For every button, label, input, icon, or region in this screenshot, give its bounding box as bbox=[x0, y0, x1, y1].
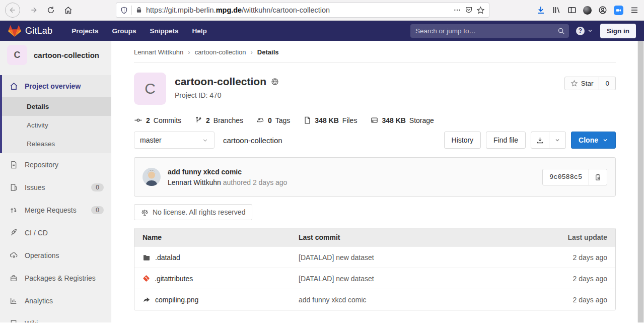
file-icon bbox=[304, 116, 311, 124]
stat-storage[interactable]: 348 KBStorage bbox=[371, 116, 434, 124]
star-icon bbox=[570, 80, 578, 87]
download-icon[interactable] bbox=[531, 132, 549, 148]
page-scrollbar[interactable] bbox=[637, 41, 644, 322]
copy-sha-button[interactable] bbox=[589, 169, 607, 185]
table-header: Name Last commit Last update bbox=[134, 228, 615, 246]
download-split-button[interactable] bbox=[531, 132, 566, 149]
breadcrumb-separator bbox=[188, 48, 190, 56]
project-id: Project ID: 470 bbox=[175, 91, 279, 99]
merge-request-icon bbox=[9, 206, 18, 214]
sidebar-item-analytics[interactable]: Analytics bbox=[0, 289, 111, 312]
nav-link-groups[interactable]: Groups bbox=[112, 27, 136, 35]
author-avatar[interactable] bbox=[142, 168, 161, 186]
home-button[interactable] bbox=[60, 3, 76, 18]
commit-title[interactable]: add funny xkcd comic bbox=[168, 168, 287, 176]
star-button[interactable]: Star bbox=[564, 77, 600, 90]
sign-in-button[interactable]: Sign in bbox=[600, 24, 636, 38]
library-icon[interactable] bbox=[552, 6, 561, 15]
sidebar-item-activity[interactable]: Activity bbox=[0, 116, 111, 135]
sidebar-item-project-overview[interactable]: Project overview bbox=[0, 75, 111, 97]
reload-button[interactable] bbox=[43, 3, 58, 18]
search-icon bbox=[557, 27, 565, 35]
nav-link-projects[interactable]: Projects bbox=[71, 27, 98, 35]
forward-button[interactable] bbox=[26, 3, 41, 18]
stat-commits[interactable]: 2Commits bbox=[134, 116, 181, 124]
row-commit-message[interactable]: [DATALAD] new dataset bbox=[291, 253, 530, 262]
tracking-shield-icon[interactable] bbox=[120, 7, 128, 14]
bookmark-star-icon[interactable] bbox=[476, 6, 485, 15]
pocket-icon[interactable] bbox=[465, 6, 473, 14]
public-globe-icon bbox=[271, 78, 279, 86]
search-input[interactable] bbox=[410, 24, 569, 38]
breadcrumb-divider bbox=[134, 62, 616, 62]
clone-button[interactable]: Clone bbox=[571, 132, 616, 149]
breadcrumb-user[interactable]: Lennart Wittkuhn bbox=[134, 48, 183, 56]
project-header: C cartoon-collection Project ID: 470 Sta… bbox=[134, 73, 616, 105]
sidebar-item-wiki[interactable]: Wiki bbox=[0, 312, 111, 322]
commit-author[interactable]: Lennart Wittkuhn bbox=[168, 178, 221, 186]
sidebar-item-operations[interactable]: Operations bbox=[0, 244, 111, 267]
sidebar-section-overview: Project overview Details Activity Releas… bbox=[0, 75, 111, 153]
commit-sha: 9c0588c5 bbox=[543, 169, 589, 185]
stat-branches[interactable]: 2Branches bbox=[195, 116, 243, 124]
nav-link-snippets[interactable]: Snippets bbox=[150, 27, 179, 35]
back-button[interactable] bbox=[5, 3, 20, 18]
commit-sha-group: 9c0588c5 bbox=[542, 169, 607, 185]
breadcrumb-separator bbox=[251, 48, 253, 56]
symlink-icon bbox=[142, 296, 151, 304]
sidebar-project-context[interactable]: C cartoon-collection bbox=[0, 41, 111, 69]
lock-icon[interactable] bbox=[135, 7, 142, 14]
branch-selector[interactable]: master bbox=[134, 132, 214, 149]
stat-files[interactable]: 348 KBFiles bbox=[304, 116, 357, 124]
url-bar[interactable]: https://git.mpib-berlin.mpg.de/wittkuhn/… bbox=[116, 3, 489, 18]
file-name[interactable]: .gitattributes bbox=[155, 275, 193, 283]
clipboard-icon bbox=[594, 173, 602, 181]
file-tree-table: Name Last commit Last update .datalad [D… bbox=[134, 228, 616, 310]
table-row[interactable]: .datalad [DATALAD] new dataset 2 days ag… bbox=[134, 246, 615, 268]
star-count[interactable]: 0 bbox=[599, 77, 616, 90]
page-actions-icon[interactable] bbox=[453, 6, 461, 14]
table-row[interactable]: compiling.png add funny xkcd comic 2 day… bbox=[134, 289, 615, 310]
chevron-down-icon bbox=[202, 137, 208, 144]
sidebar-item-merge-requests[interactable]: Merge Requests 0 bbox=[0, 199, 111, 221]
commit-icon bbox=[134, 116, 142, 124]
commit-meta: authored 2 days ago bbox=[223, 178, 288, 186]
file-name[interactable]: .datalad bbox=[155, 253, 180, 262]
header-name: Name bbox=[134, 233, 291, 241]
sidebars-icon[interactable] bbox=[567, 6, 577, 15]
sidebar-item-repository[interactable]: Repository bbox=[0, 153, 111, 176]
header-last-update: Last update bbox=[530, 233, 615, 241]
issues-count-badge: 0 bbox=[91, 183, 104, 191]
downloads-icon[interactable] bbox=[536, 6, 545, 15]
sidebar-item-issues[interactable]: Issues 0 bbox=[0, 176, 111, 199]
row-commit-message[interactable]: add funny xkcd comic bbox=[291, 296, 530, 304]
zoom-app-icon[interactable] bbox=[614, 6, 623, 15]
sidebar-item-releases[interactable]: Releases bbox=[0, 135, 111, 153]
table-row[interactable]: .gitattributes [DATALAD] new dataset 2 d… bbox=[134, 268, 615, 289]
reload-icon bbox=[47, 6, 55, 14]
history-button[interactable]: History bbox=[444, 132, 481, 149]
nav-link-help[interactable]: Help bbox=[192, 27, 207, 35]
account-icon[interactable] bbox=[598, 6, 607, 15]
breadcrumb: Lennart Wittkuhn cartoon-collection Deta… bbox=[134, 41, 616, 56]
scrollbar-thumb[interactable] bbox=[638, 41, 643, 322]
breadcrumb-project[interactable]: cartoon-collection bbox=[195, 48, 246, 56]
download-options-chevron[interactable] bbox=[549, 132, 565, 148]
page-title: cartoon-collection bbox=[175, 76, 266, 88]
row-commit-message[interactable]: [DATALAD] new dataset bbox=[291, 275, 530, 283]
header-last-commit: Last commit bbox=[291, 233, 530, 241]
file-name[interactable]: compiling.png bbox=[155, 296, 198, 304]
sidebar-item-packages[interactable]: Packages & Registries bbox=[0, 267, 111, 289]
find-file-button[interactable]: Find file bbox=[486, 132, 526, 149]
extension-icon[interactable] bbox=[583, 6, 592, 15]
sidebar-item-ci-cd[interactable]: CI / CD bbox=[0, 221, 111, 244]
help-icon: ? bbox=[576, 27, 585, 35]
project-stats: 2Commits 2Branches 0Tags 348 KBFiles 348… bbox=[134, 116, 616, 124]
sidebar-item-details[interactable]: Details bbox=[0, 97, 111, 116]
license-button[interactable]: No license. All rights reserved bbox=[134, 204, 252, 220]
menu-icon[interactable] bbox=[630, 6, 639, 15]
merge-requests-count-badge: 0 bbox=[91, 206, 104, 214]
gitlab-logo[interactable]: GitLab bbox=[8, 25, 52, 37]
stat-tags[interactable]: 0Tags bbox=[257, 116, 290, 124]
help-dropdown[interactable]: ? bbox=[576, 27, 593, 35]
